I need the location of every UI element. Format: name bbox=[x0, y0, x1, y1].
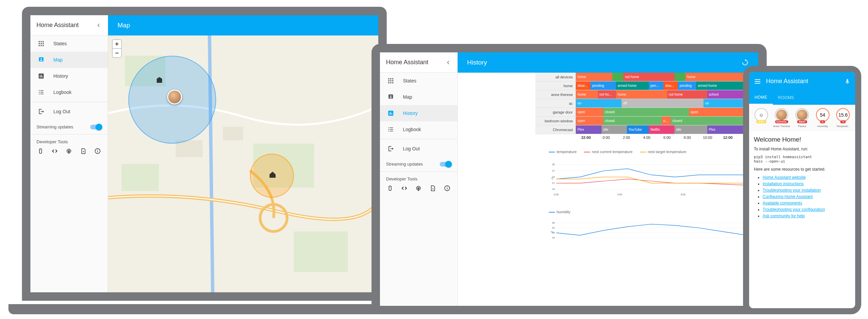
apps-icon bbox=[37, 40, 45, 48]
devtool-file-icon[interactable] bbox=[430, 185, 436, 192]
history-segment[interactable]: idle bbox=[602, 125, 627, 134]
sidebar-item-states[interactable]: States bbox=[380, 73, 457, 89]
sidebar-item-log-out[interactable]: Log Out bbox=[380, 141, 457, 157]
history-segment[interactable]: pending bbox=[590, 81, 616, 90]
sidebar-item-map[interactable]: Map bbox=[380, 89, 457, 105]
sidebar-item-map[interactable]: Map bbox=[30, 52, 108, 68]
menu-icon[interactable] bbox=[754, 78, 761, 85]
status-badge[interactable]: 15.6°CTemperat... bbox=[834, 108, 852, 128]
sidebar-item-label: Map bbox=[403, 94, 412, 100]
resource-link[interactable]: Ask community for help bbox=[763, 214, 805, 218]
status-badge[interactable]: ☺DEMO bbox=[752, 108, 770, 128]
time-tick: 12:00 bbox=[718, 134, 738, 143]
chevron-left-icon[interactable] bbox=[445, 59, 451, 66]
history-segment[interactable]: closed bbox=[603, 108, 689, 116]
svg-rect-52 bbox=[392, 113, 392, 115]
phone-tabs: HOMEROOMS bbox=[749, 91, 855, 105]
svg-rect-5 bbox=[43, 43, 44, 44]
resource-link[interactable]: Troubleshooting your installation bbox=[763, 188, 821, 193]
resource-link[interactable]: Configuring Home Assistant bbox=[763, 194, 813, 199]
svg-rect-40 bbox=[392, 78, 393, 79]
streaming-label: Streaming updates bbox=[36, 124, 73, 129]
svg-rect-3 bbox=[39, 43, 40, 44]
svg-rect-18 bbox=[41, 92, 44, 93]
status-badge[interactable]: SCHOOLAnne Therese bbox=[773, 108, 791, 128]
history-segment[interactable]: open bbox=[576, 117, 603, 125]
devtool-file-icon[interactable] bbox=[80, 148, 87, 155]
history-segment[interactable]: off bbox=[621, 99, 704, 107]
svg-rect-41 bbox=[388, 80, 389, 81]
history-segment[interactable]: open bbox=[576, 108, 603, 116]
sidebar-item-logbook[interactable]: Logbook bbox=[30, 84, 108, 100]
history-segment[interactable]: home bbox=[576, 73, 612, 81]
history-segment[interactable] bbox=[674, 73, 685, 81]
devtool-info-icon[interactable] bbox=[94, 148, 101, 155]
history-segment[interactable]: not ho... bbox=[598, 90, 616, 99]
devtool-ant-icon[interactable] bbox=[66, 148, 72, 155]
devtool-code-icon[interactable] bbox=[51, 148, 58, 155]
history-body: all deviceshomenot homehomehomedisar...p… bbox=[535, 73, 758, 306]
history-segment[interactable]: on bbox=[576, 99, 621, 107]
sidebar-item-history[interactable]: History bbox=[380, 105, 457, 121]
svg-rect-39 bbox=[390, 78, 391, 79]
history-segment[interactable]: o... bbox=[662, 117, 671, 125]
topbar: Map bbox=[108, 15, 378, 35]
mic-icon[interactable] bbox=[844, 78, 850, 85]
sidebar-item-history[interactable]: History bbox=[30, 68, 108, 84]
status-badge[interactable]: AWAYPaulus bbox=[793, 108, 811, 128]
history-segment[interactable]: home bbox=[576, 90, 598, 99]
history-segment[interactable]: armed home bbox=[616, 81, 649, 90]
devtool-remote-icon[interactable] bbox=[37, 148, 44, 155]
app-title: Home Assistant bbox=[36, 22, 79, 29]
history-row-label: Chromecast bbox=[535, 125, 576, 134]
devtool-code-icon[interactable] bbox=[401, 185, 408, 192]
resource-link[interactable]: Installation instructions bbox=[763, 181, 803, 186]
svg-rect-66 bbox=[447, 188, 448, 190]
tab-rooms[interactable]: ROOMS bbox=[773, 91, 799, 105]
history-segment[interactable]: Netflix bbox=[649, 125, 674, 134]
history-row-label: home bbox=[535, 81, 576, 90]
svg-rect-6 bbox=[39, 45, 40, 46]
history-segment[interactable]: idle bbox=[674, 125, 707, 134]
svg-rect-2 bbox=[43, 41, 44, 42]
streaming-toggle[interactable] bbox=[90, 125, 102, 129]
refresh-icon[interactable] bbox=[741, 59, 749, 66]
history-segment[interactable]: disar... bbox=[576, 81, 590, 90]
devtool-ant-icon[interactable] bbox=[415, 185, 422, 192]
history-row-label: anne therese bbox=[535, 90, 576, 99]
history-segment[interactable]: YouTube bbox=[627, 125, 649, 134]
history-segment[interactable]: Plex bbox=[576, 125, 602, 134]
history-segment[interactable]: disa... bbox=[663, 81, 678, 90]
resource-link[interactable]: Home Assistant website bbox=[763, 175, 806, 180]
chevron-left-icon[interactable] bbox=[96, 22, 102, 28]
svg-rect-28 bbox=[97, 150, 98, 152]
sidebar-item-states[interactable]: States bbox=[30, 35, 108, 52]
status-badge[interactable]: 54%Humidity bbox=[814, 108, 832, 128]
history-segment[interactable]: pending bbox=[678, 81, 696, 90]
svg-point-60 bbox=[390, 187, 390, 188]
dev-tools-label: Developer Tools bbox=[380, 172, 457, 183]
history-segment[interactable] bbox=[612, 73, 623, 81]
devtool-remote-icon[interactable] bbox=[387, 185, 393, 192]
zoom-out-button[interactable]: − bbox=[112, 49, 121, 57]
history-segment[interactable]: not home bbox=[623, 73, 674, 81]
devtool-info-icon[interactable] bbox=[444, 185, 451, 192]
resource-link[interactable]: Troubleshooting your configuration bbox=[763, 207, 825, 212]
map[interactable]: + − bbox=[108, 35, 378, 292]
time-tick: 10:00 bbox=[697, 134, 718, 143]
sidebar: Home Assistant StatesMapHistoryLogbookLo… bbox=[30, 15, 108, 292]
sidebar-item-log-out[interactable]: Log Out bbox=[30, 103, 108, 120]
install-intro: To install Home Assistant, run: bbox=[754, 147, 850, 151]
history-segment[interactable]: home bbox=[616, 90, 667, 99]
resource-link[interactable]: Available components bbox=[763, 201, 802, 205]
tab-home[interactable]: HOME bbox=[749, 91, 773, 105]
streaming-toggle[interactable] bbox=[440, 162, 451, 167]
list-icon bbox=[37, 88, 45, 96]
app-title: Home Assistant bbox=[766, 78, 808, 85]
history-segment[interactable]: closed bbox=[603, 117, 662, 125]
zoom-in-button[interactable]: + bbox=[112, 40, 121, 49]
history-segment[interactable]: pen... bbox=[649, 81, 663, 90]
history-segment[interactable]: not home bbox=[667, 90, 707, 99]
svg-point-55 bbox=[388, 129, 389, 130]
sidebar-item-logbook[interactable]: Logbook bbox=[380, 121, 457, 138]
